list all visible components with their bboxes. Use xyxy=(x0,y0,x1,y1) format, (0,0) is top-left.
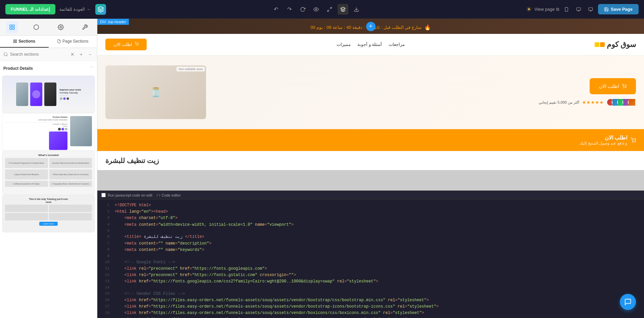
hero-content: اطلب الان xyxy=(213,78,636,106)
top-bar: إعدادات الـ FUNNEL ← العودة للقائمة ↶ ↷ … xyxy=(0,0,644,19)
nav-cta-button[interactable]: اطلب الان xyxy=(105,39,147,50)
left-sidebar: Sections Page Sections ✕ + − Product Det… xyxy=(0,19,97,318)
add-section-canvas-button[interactable]: + xyxy=(366,22,376,31)
minus-section-button[interactable]: − xyxy=(86,51,94,58)
rating-row: ★★★★★ أكثر من 5,000 تقييم إيجابي xyxy=(213,98,636,106)
hero-cta-button[interactable]: اطلب الان xyxy=(590,78,636,94)
fullscreen-button[interactable] xyxy=(324,4,335,15)
canvas-container: DIV .top-header 🔥 سارع في الطلب قبل : ثا… xyxy=(97,19,644,191)
desktop-view-button[interactable] xyxy=(586,5,595,14)
svg-marker-3 xyxy=(341,7,345,9)
preview-button[interactable] xyxy=(311,4,321,15)
chat-bubble[interactable] xyxy=(620,294,636,310)
svg-point-28 xyxy=(635,142,635,142)
code-line-11: 11 <link rel="preconnect" href="https://… xyxy=(97,266,644,272)
layers-button[interactable] xyxy=(338,4,348,15)
cart-icon xyxy=(631,138,636,143)
code-line-6: 6 <title> زيت تنظيف للبشرة </title> xyxy=(97,234,644,240)
mobile-view-button[interactable] xyxy=(562,5,571,14)
avatars-row xyxy=(606,98,636,106)
svg-rect-5 xyxy=(565,7,568,11)
close-search-button[interactable]: ✕ xyxy=(69,51,76,58)
fire-icon: 🔥 xyxy=(424,24,431,31)
code-editor-button[interactable]: Code editor xyxy=(156,193,181,197)
back-button[interactable]: ← العودة للقائمة xyxy=(59,7,91,12)
section-group-product-details: Product Details ⌃ xyxy=(0,61,97,75)
svg-rect-7 xyxy=(577,7,581,10)
svg-line-1 xyxy=(330,7,332,9)
save-page-button[interactable]: Save Page xyxy=(598,4,639,14)
code-line-4: 4 <meta content="width=device-width, ini… xyxy=(97,222,644,228)
nav-logo: سوق كوم xyxy=(595,40,636,49)
svg-rect-17 xyxy=(14,40,15,41)
cube-icon-button[interactable] xyxy=(30,21,42,33)
sections-icon-button[interactable] xyxy=(6,21,18,33)
view-page-button[interactable]: View page ⧉ xyxy=(534,7,559,12)
funnel-settings-button[interactable]: إعدادات الـ FUNNEL xyxy=(5,4,55,14)
tools-icon-button[interactable] xyxy=(79,21,91,33)
run-js-checkbox[interactable] xyxy=(101,193,106,197)
sidebar-tabs: Sections Page Sections xyxy=(0,36,97,48)
chevron-down-icon: ⌃ xyxy=(89,65,94,71)
settings-icon-button[interactable] xyxy=(55,21,67,33)
code-line-16: 16 <link href="https://files.easy-orders… xyxy=(97,297,644,304)
undo-button[interactable]: ↶ xyxy=(270,4,281,15)
svg-point-16 xyxy=(60,26,61,28)
svg-rect-9 xyxy=(589,7,593,10)
code-line-13: 13 <link href="https://fonts.googleapis.… xyxy=(97,278,644,285)
nav-links: مراجعات أسئلة و أجوبة مميزات xyxy=(337,42,405,47)
redo-button[interactable]: ↷ xyxy=(284,4,295,15)
svg-point-27 xyxy=(632,142,633,142)
code-line-15: 15 <!-- Vendor CSS Files --> xyxy=(97,291,644,297)
tab-page-sections[interactable]: Page Sections xyxy=(49,36,97,48)
code-editor: Run javascript code on edit Code editor … xyxy=(97,191,644,318)
code-line-10: 10 <!-- Google Fonts --> xyxy=(97,259,644,266)
svg-point-26 xyxy=(626,88,626,88)
section-card-3[interactable]: What's included FYI Customize Fingerprin… xyxy=(2,151,95,195)
code-line-18: 18 <link href="https://files.easy-orders… xyxy=(97,310,644,316)
search-icon xyxy=(3,52,8,57)
download-button[interactable] xyxy=(351,4,362,15)
external-link-icon: ⧉ xyxy=(556,7,559,12)
run-js-checkbox-label: Run javascript code on edit xyxy=(101,193,152,197)
svg-point-25 xyxy=(624,88,624,88)
search-input[interactable] xyxy=(10,52,67,57)
right-panel: DIV .top-header 🔥 سارع في الطلب قبل : ثا… xyxy=(97,19,644,318)
code-editor-toolbar: Run javascript code on edit Code editor xyxy=(97,191,644,200)
add-section-button[interactable]: + xyxy=(78,51,85,58)
refresh-button[interactable] xyxy=(297,4,308,15)
search-actions: ✕ + − xyxy=(69,51,94,58)
section-card-1[interactable]: Improve your room humidity naturally — —… xyxy=(2,75,95,113)
section-card-2[interactable]: Product Details Lorem ipsum dolor sit am… xyxy=(2,113,95,151)
tablet-view-button[interactable] xyxy=(574,5,583,14)
section-group-header[interactable]: Product Details ⌃ xyxy=(3,63,94,73)
app-logo xyxy=(95,4,106,15)
nav-bar: سوق كوم مراجعات أسئلة و أجوبة مميزات اط xyxy=(97,34,644,55)
svg-rect-20 xyxy=(14,42,15,43)
code-lines[interactable]: 1 <!DOCTYPE html> 2 <html lang="en"><hea… xyxy=(97,200,644,318)
sidebar-icon-row xyxy=(0,19,97,36)
code-line-8: 8 <meta content="" name="keywords"> xyxy=(97,247,644,253)
code-line-12: 12 <link rel="preconnect" href="https://… xyxy=(97,272,644,278)
div-label: DIV .top-header xyxy=(97,19,129,25)
svg-rect-15 xyxy=(10,28,11,29)
svg-rect-12 xyxy=(10,25,11,26)
code-line-9: 9 xyxy=(97,253,644,259)
sun-icon: ☀ xyxy=(526,6,532,13)
stars-display: ★★★★★ xyxy=(582,100,604,105)
non-editable-label: Non-editable area xyxy=(177,67,205,71)
code-line-19: 19 <link href="https://files.easy-orders… xyxy=(97,317,644,318)
toolbar-right: ☀ View page ⧉ Save Page xyxy=(526,4,639,14)
code-line-2: 2 <html lang="en"><head> xyxy=(97,209,644,215)
section-card-4[interactable]: This is the only Training you'll ever ne… xyxy=(2,195,95,232)
toolbar-center: ↶ ↷ xyxy=(270,4,362,15)
svg-line-2 xyxy=(328,10,329,11)
timer-bar: 🔥 سارع في الطلب قبل : ثانية 55 : دقيقة 4… xyxy=(97,19,644,34)
tab-sections[interactable]: Sections xyxy=(0,36,49,48)
svg-rect-18 xyxy=(15,40,17,41)
svg-rect-14 xyxy=(13,28,14,29)
svg-point-0 xyxy=(315,9,317,10)
page-canvas: DIV .top-header 🔥 سارع في الطلب قبل : ثا… xyxy=(97,19,644,170)
code-line-7: 7 <meta content="" name="description"> xyxy=(97,241,644,247)
search-bar: ✕ + − xyxy=(0,48,97,61)
